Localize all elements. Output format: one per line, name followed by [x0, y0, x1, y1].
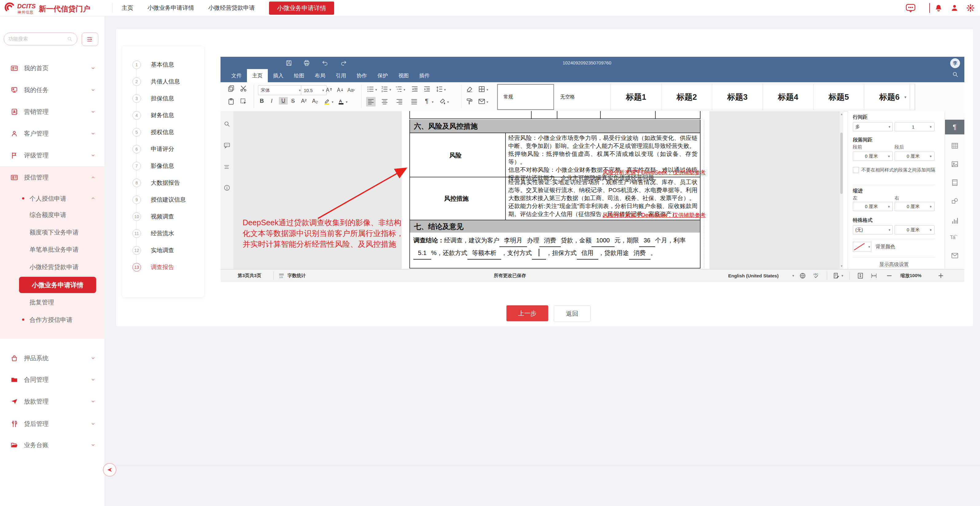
- chart-settings-tab[interactable]: [951, 217, 959, 225]
- spacing-before-stepper[interactable]: 0 厘米▲▼: [853, 152, 893, 161]
- editor-tab-协作[interactable]: 协作: [352, 69, 372, 82]
- about-icon[interactable]: [223, 184, 231, 192]
- scroll-down-arrow[interactable]: ▼: [840, 265, 843, 268]
- align-center-icon[interactable]: [381, 98, 388, 106]
- font-color-chevron[interactable]: ▾: [346, 100, 348, 104]
- step-10-视频调查[interactable]: 10视频调查: [122, 213, 204, 221]
- sidebar-item-我的首页[interactable]: 我的首页: [0, 60, 104, 77]
- step-6-申请评分[interactable]: 6申请评分: [122, 145, 204, 154]
- highlight-color-icon[interactable]: [323, 98, 331, 105]
- strikethrough-button[interactable]: S: [291, 98, 295, 104]
- clear-style-icon[interactable]: [466, 85, 473, 93]
- align-justify-icon[interactable]: [410, 98, 418, 106]
- superscript-button[interactable]: A²: [301, 98, 307, 104]
- special-format-amount-stepper[interactable]: 0 厘米▲▼: [895, 225, 935, 235]
- style-标题4[interactable]: 标题4: [763, 84, 813, 110]
- editor-tab-文件[interactable]: 文件: [226, 69, 247, 82]
- user-icon[interactable]: [950, 4, 959, 12]
- bullet-list-icon[interactable]: [367, 85, 374, 93]
- document-canvas[interactable]: 六、风险及风控措施 风险 经营风险：小微企业市场竞争力弱，易受行业波动（如政策变…: [234, 111, 843, 269]
- page-indicator[interactable]: 第3页共3页: [238, 270, 261, 282]
- table-shading-icon[interactable]: [478, 85, 485, 93]
- subscript-button[interactable]: A₂: [312, 98, 318, 104]
- step-1-基本信息[interactable]: 1基本信息: [122, 60, 204, 69]
- bell-icon[interactable]: [934, 4, 943, 12]
- sidebar-item-放款管理[interactable]: 放款管理: [0, 393, 104, 410]
- sidebar-item-业务台账[interactable]: 业务台账: [0, 436, 104, 454]
- editor-avatar[interactable]: 李: [950, 58, 960, 68]
- multilevel-list-icon[interactable]: [395, 85, 402, 93]
- step-9-授信建议信息[interactable]: 9授信建议信息: [122, 195, 204, 204]
- find-icon[interactable]: [223, 120, 231, 128]
- style-标题1[interactable]: 标题1: [611, 84, 662, 110]
- grow-font-icon[interactable]: [325, 86, 332, 94]
- spellcheck-icon[interactable]: ABC: [813, 272, 820, 279]
- italic-button[interactable]: I: [271, 98, 272, 104]
- textart-settings-tab[interactable]: Ta͡: [950, 235, 955, 241]
- underline-button[interactable]: U: [279, 97, 288, 105]
- line-spacing-factor-stepper[interactable]: 1▲▼: [895, 122, 935, 131]
- format-painter-icon[interactable]: [466, 98, 473, 105]
- table-settings-tab[interactable]: [951, 142, 959, 150]
- sidebar-item-合同管理[interactable]: 合同管理: [0, 371, 104, 388]
- step-7-影像信息[interactable]: 7影像信息: [122, 162, 204, 170]
- header-tab-3[interactable]: 小微经营贷款申请: [208, 4, 255, 12]
- sidebar-subitem-合作方授信申请[interactable]: 合作方授信申请: [29, 316, 73, 324]
- language-selector[interactable]: English (United States): [728, 270, 778, 282]
- style-标题3[interactable]: 标题3: [712, 84, 763, 110]
- editor-tab-插件[interactable]: 插件: [414, 69, 435, 82]
- sidebar-subitem-综合额度申请[interactable]: 综合额度申请: [29, 211, 66, 219]
- prev-step-button[interactable]: 上一步: [506, 305, 548, 321]
- back-button[interactable]: 返回: [554, 305, 590, 322]
- print-icon[interactable]: [303, 60, 310, 67]
- undo-icon[interactable]: [321, 60, 329, 67]
- bold-button[interactable]: B: [260, 98, 264, 104]
- image-settings-tab[interactable]: [951, 160, 959, 168]
- line-spacing-icon[interactable]: [436, 85, 443, 93]
- font-size-select[interactable]: 10.5▾: [301, 85, 327, 95]
- header-tab-2[interactable]: 小微业务申请详情: [147, 4, 194, 12]
- paragraph-settings-tab[interactable]: ¶: [945, 120, 964, 135]
- mailmerge-icon[interactable]: [478, 98, 485, 105]
- step-5-授权信息[interactable]: 5授权信息: [122, 128, 204, 136]
- same-style-checkbox[interactable]: [853, 167, 859, 173]
- change-case-icon[interactable]: Aa: [347, 86, 355, 94]
- font-color-icon[interactable]: A: [337, 98, 345, 105]
- background-color-swatch[interactable]: ▾: [853, 242, 871, 252]
- step-3-担保信息[interactable]: 3担保信息: [122, 94, 204, 103]
- sidebar-collapse-menu-button[interactable]: [82, 33, 98, 46]
- paste-icon[interactable]: [227, 98, 235, 105]
- sidebar-subitem-单笔单批业务申请[interactable]: 单笔单批业务申请: [29, 246, 79, 254]
- increase-indent-icon[interactable]: [423, 85, 431, 93]
- sidebar-item-客户管理[interactable]: 客户管理: [0, 125, 104, 142]
- comments-icon[interactable]: [223, 142, 231, 149]
- step-4-财务信息[interactable]: 4财务信息: [122, 111, 204, 120]
- language-chevron[interactable]: ▾: [792, 270, 794, 282]
- step-2-共借人信息[interactable]: 2共借人信息: [122, 77, 204, 86]
- editor-tab-保护[interactable]: 保护: [372, 69, 393, 82]
- search-icon[interactable]: [67, 36, 73, 42]
- sidebar-search[interactable]: 功能搜索: [4, 33, 77, 45]
- cut-icon[interactable]: [240, 85, 247, 92]
- align-right-icon[interactable]: [396, 98, 403, 106]
- gear-icon[interactable]: [966, 4, 975, 12]
- header-tab-4[interactable]: 小微业务申请详情: [269, 2, 334, 15]
- spacing-after-stepper[interactable]: 0 厘米▲▼: [895, 152, 935, 161]
- track-changes-chevron[interactable]: ▾: [842, 270, 843, 282]
- style-无空格[interactable]: 无空格: [554, 84, 611, 110]
- sidebar-subitem-active-小微业务申请详情[interactable]: 小微业务申请详情: [19, 277, 96, 293]
- copy-icon[interactable]: [227, 85, 235, 92]
- word-count-label[interactable]: 字数统计: [288, 270, 306, 282]
- sidebar-item-贷后管理[interactable]: 贷后管理: [0, 415, 104, 432]
- navigation-icon[interactable]: [223, 163, 231, 171]
- special-format-select[interactable]: (无)▾: [853, 225, 893, 235]
- advanced-settings-link[interactable]: 显示高级设置: [848, 262, 940, 268]
- step-8-大数据报告[interactable]: 8大数据报告: [122, 179, 204, 187]
- fit-page-icon[interactable]: [857, 272, 864, 279]
- font-name-select[interactable]: 宋体▾: [258, 85, 304, 95]
- message-ellipsis-icon[interactable]: [905, 3, 916, 14]
- shading-icon[interactable]: [439, 98, 446, 105]
- editor-tab-视图[interactable]: 视图: [393, 69, 414, 82]
- redo-icon[interactable]: [340, 60, 347, 67]
- sidebar-subitem-小微经营贷款申请[interactable]: 小微经营贷款申请: [29, 263, 79, 271]
